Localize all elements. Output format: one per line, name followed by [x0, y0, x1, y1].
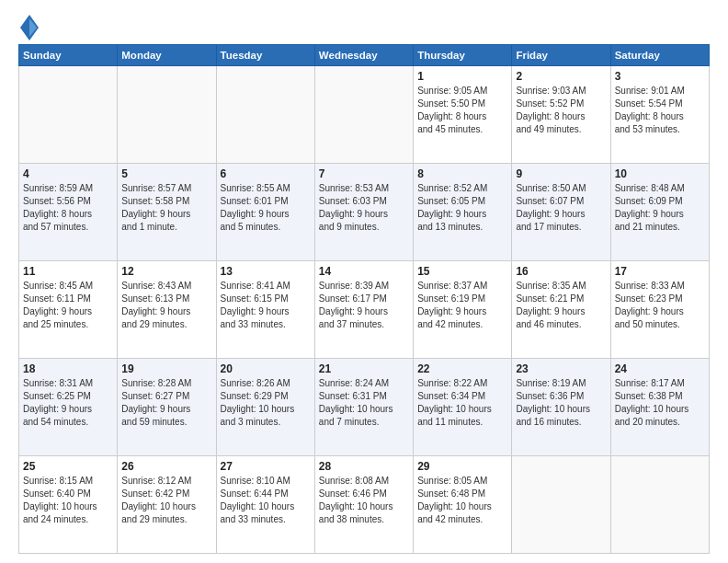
calendar-cell: 17Sunrise: 8:33 AM Sunset: 6:23 PM Dayli… [610, 261, 709, 359]
day-number: 6 [221, 167, 311, 180]
day-info: Sunrise: 8:52 AM Sunset: 6:05 PM Dayligh… [417, 182, 507, 234]
logo [18, 15, 37, 37]
day-info: Sunrise: 8:53 AM Sunset: 6:03 PM Dayligh… [319, 182, 409, 234]
calendar-cell: 8Sunrise: 8:52 AM Sunset: 6:05 PM Daylig… [414, 164, 512, 261]
calendar-cell [118, 66, 216, 164]
calendar-header-friday: Friday [512, 45, 610, 66]
day-info: Sunrise: 8:22 AM Sunset: 6:34 PM Dayligh… [417, 377, 507, 429]
calendar-header-tuesday: Tuesday [216, 45, 314, 66]
day-number: 23 [516, 362, 606, 375]
day-number: 27 [221, 460, 311, 473]
day-info: Sunrise: 8:08 AM Sunset: 6:46 PM Dayligh… [319, 475, 409, 526]
header [18, 15, 710, 37]
calendar-week-row: 4Sunrise: 8:59 AM Sunset: 5:56 PM Daylig… [19, 164, 710, 261]
day-info: Sunrise: 9:05 AM Sunset: 5:50 PM Dayligh… [417, 85, 507, 136]
day-info: Sunrise: 8:17 AM Sunset: 6:38 PM Dayligh… [615, 377, 705, 429]
calendar-cell: 16Sunrise: 8:35 AM Sunset: 6:21 PM Dayli… [512, 261, 610, 359]
calendar-cell: 11Sunrise: 8:45 AM Sunset: 6:11 PM Dayli… [19, 261, 118, 359]
day-number: 11 [23, 265, 113, 278]
day-number: 29 [417, 460, 507, 473]
day-number: 25 [23, 460, 113, 473]
day-number: 16 [516, 265, 606, 278]
calendar-cell: 4Sunrise: 8:59 AM Sunset: 5:56 PM Daylig… [19, 164, 118, 261]
calendar-cell: 15Sunrise: 8:37 AM Sunset: 6:19 PM Dayli… [414, 261, 512, 359]
calendar-cell: 20Sunrise: 8:26 AM Sunset: 6:29 PM Dayli… [216, 359, 314, 456]
calendar-cell: 5Sunrise: 8:57 AM Sunset: 5:58 PM Daylig… [118, 164, 216, 261]
day-info: Sunrise: 8:43 AM Sunset: 6:13 PM Dayligh… [121, 280, 211, 331]
day-info: Sunrise: 8:45 AM Sunset: 6:11 PM Dayligh… [23, 280, 113, 331]
calendar-cell: 9Sunrise: 8:50 AM Sunset: 6:07 PM Daylig… [512, 164, 610, 261]
logo-icon [20, 15, 39, 40]
day-number: 26 [121, 460, 211, 473]
day-info: Sunrise: 8:35 AM Sunset: 6:21 PM Dayligh… [516, 280, 606, 331]
day-number: 13 [221, 265, 311, 278]
day-info: Sunrise: 8:31 AM Sunset: 6:25 PM Dayligh… [23, 377, 113, 429]
calendar-cell: 24Sunrise: 8:17 AM Sunset: 6:38 PM Dayli… [610, 359, 709, 456]
calendar-header-wednesday: Wednesday [314, 45, 413, 66]
calendar-cell: 1Sunrise: 9:05 AM Sunset: 5:50 PM Daylig… [414, 66, 512, 164]
day-info: Sunrise: 8:59 AM Sunset: 5:56 PM Dayligh… [23, 182, 113, 234]
calendar-cell: 27Sunrise: 8:10 AM Sunset: 6:44 PM Dayli… [216, 456, 314, 554]
day-info: Sunrise: 8:12 AM Sunset: 6:42 PM Dayligh… [121, 475, 211, 526]
calendar-header-thursday: Thursday [414, 45, 512, 66]
calendar-header-row: SundayMondayTuesdayWednesdayThursdayFrid… [19, 45, 710, 66]
day-info: Sunrise: 8:37 AM Sunset: 6:19 PM Dayligh… [417, 280, 507, 331]
day-number: 12 [121, 265, 211, 278]
day-number: 19 [121, 362, 211, 375]
calendar-cell: 25Sunrise: 8:15 AM Sunset: 6:40 PM Dayli… [19, 456, 118, 554]
day-info: Sunrise: 9:01 AM Sunset: 5:54 PM Dayligh… [615, 85, 705, 136]
day-number: 21 [319, 362, 409, 375]
calendar-cell [19, 66, 118, 164]
day-info: Sunrise: 8:10 AM Sunset: 6:44 PM Dayligh… [221, 475, 311, 526]
calendar-cell: 13Sunrise: 8:41 AM Sunset: 6:15 PM Dayli… [216, 261, 314, 359]
calendar-cell: 28Sunrise: 8:08 AM Sunset: 6:46 PM Dayli… [314, 456, 413, 554]
calendar-cell: 2Sunrise: 9:03 AM Sunset: 5:52 PM Daylig… [512, 66, 610, 164]
day-number: 18 [23, 362, 113, 375]
day-number: 17 [615, 265, 705, 278]
day-number: 4 [23, 167, 113, 180]
calendar-week-row: 1Sunrise: 9:05 AM Sunset: 5:50 PM Daylig… [19, 66, 710, 164]
day-info: Sunrise: 8:05 AM Sunset: 6:48 PM Dayligh… [417, 475, 507, 526]
day-info: Sunrise: 8:26 AM Sunset: 6:29 PM Dayligh… [221, 377, 311, 429]
day-info: Sunrise: 8:28 AM Sunset: 6:27 PM Dayligh… [121, 377, 211, 429]
page: SundayMondayTuesdayWednesdayThursdayFrid… [0, 0, 728, 563]
day-number: 7 [319, 167, 409, 180]
day-info: Sunrise: 8:48 AM Sunset: 6:09 PM Dayligh… [615, 182, 705, 234]
day-number: 2 [516, 70, 606, 83]
day-info: Sunrise: 9:03 AM Sunset: 5:52 PM Dayligh… [516, 85, 606, 136]
calendar-cell: 6Sunrise: 8:55 AM Sunset: 6:01 PM Daylig… [216, 164, 314, 261]
calendar-cell: 21Sunrise: 8:24 AM Sunset: 6:31 PM Dayli… [314, 359, 413, 456]
calendar-cell [314, 66, 413, 164]
day-number: 28 [319, 460, 409, 473]
day-info: Sunrise: 8:24 AM Sunset: 6:31 PM Dayligh… [319, 377, 409, 429]
calendar-header-saturday: Saturday [610, 45, 709, 66]
day-number: 3 [615, 70, 705, 83]
day-number: 22 [417, 362, 507, 375]
calendar-cell: 3Sunrise: 9:01 AM Sunset: 5:54 PM Daylig… [610, 66, 709, 164]
calendar-table: SundayMondayTuesdayWednesdayThursdayFrid… [18, 44, 710, 554]
day-number: 24 [615, 362, 705, 375]
calendar-cell: 23Sunrise: 8:19 AM Sunset: 6:36 PM Dayli… [512, 359, 610, 456]
calendar-week-row: 11Sunrise: 8:45 AM Sunset: 6:11 PM Dayli… [19, 261, 710, 359]
calendar-cell [216, 66, 314, 164]
calendar-header-monday: Monday [118, 45, 216, 66]
day-info: Sunrise: 8:33 AM Sunset: 6:23 PM Dayligh… [615, 280, 705, 331]
day-info: Sunrise: 8:41 AM Sunset: 6:15 PM Dayligh… [221, 280, 311, 331]
calendar-week-row: 25Sunrise: 8:15 AM Sunset: 6:40 PM Dayli… [19, 456, 710, 554]
calendar-header-sunday: Sunday [19, 45, 118, 66]
calendar-cell: 29Sunrise: 8:05 AM Sunset: 6:48 PM Dayli… [414, 456, 512, 554]
day-number: 14 [319, 265, 409, 278]
day-info: Sunrise: 8:39 AM Sunset: 6:17 PM Dayligh… [319, 280, 409, 331]
calendar-cell: 14Sunrise: 8:39 AM Sunset: 6:17 PM Dayli… [314, 261, 413, 359]
calendar-cell: 12Sunrise: 8:43 AM Sunset: 6:13 PM Dayli… [118, 261, 216, 359]
day-info: Sunrise: 8:55 AM Sunset: 6:01 PM Dayligh… [221, 182, 311, 234]
calendar-cell: 7Sunrise: 8:53 AM Sunset: 6:03 PM Daylig… [314, 164, 413, 261]
calendar-cell: 19Sunrise: 8:28 AM Sunset: 6:27 PM Dayli… [118, 359, 216, 456]
calendar-cell: 26Sunrise: 8:12 AM Sunset: 6:42 PM Dayli… [118, 456, 216, 554]
day-number: 10 [615, 167, 705, 180]
day-info: Sunrise: 8:15 AM Sunset: 6:40 PM Dayligh… [23, 475, 113, 526]
calendar-cell [512, 456, 610, 554]
day-info: Sunrise: 8:57 AM Sunset: 5:58 PM Dayligh… [121, 182, 211, 234]
day-number: 5 [121, 167, 211, 180]
day-number: 9 [516, 167, 606, 180]
